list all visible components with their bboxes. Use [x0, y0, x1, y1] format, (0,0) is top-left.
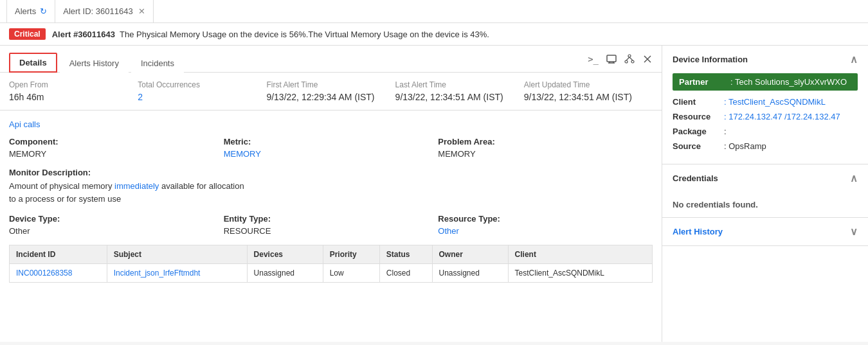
- device-info-chevron: ∧: [850, 53, 858, 66]
- field-resource-type: Resource Type: Other: [438, 214, 653, 236]
- monitor-desc-text: Amount of physical memory immediately av…: [9, 180, 653, 205]
- credentials-section: Credentials ∧ No credentials found.: [662, 164, 868, 218]
- stat-total-occ-label: Total Occurrences: [138, 80, 253, 89]
- device-info-header[interactable]: Device Information ∧: [662, 46, 868, 73]
- owner-cell: Unassigned: [432, 264, 508, 283]
- alert-history-chevron: ∨: [850, 226, 858, 238]
- monitor-desc-label: Monitor Description:: [9, 168, 653, 177]
- critical-badge: Critical: [9, 28, 46, 40]
- di-package-value: :: [724, 127, 727, 136]
- di-resource-value[interactable]: : 172.24.132.47 /172.24.132.47: [724, 112, 840, 121]
- svg-point-5: [625, 60, 628, 63]
- field-problem-area: Problem Area: MEMORY: [438, 137, 653, 159]
- fields-row-1: Component: MEMORY Metric: MEMORY Problem…: [9, 137, 653, 159]
- di-partner-row: Partner : Tech Solutions_slyUxXvrWXO: [673, 73, 858, 91]
- credentials-chevron: ∧: [850, 172, 858, 184]
- no-credentials-text: No credentials found.: [662, 192, 868, 217]
- di-source-label: Source: [673, 141, 724, 151]
- screen-icon[interactable]: [606, 55, 617, 64]
- col-client: Client: [508, 245, 652, 264]
- col-incident-id: Incident ID: [10, 245, 107, 264]
- alert-history-title: Alert History: [673, 227, 723, 236]
- svg-line-7: [626, 57, 629, 60]
- right-panel: Device Information ∧ Partner : Tech Solu…: [662, 46, 868, 342]
- resource-type-label: Resource Type:: [438, 214, 653, 224]
- credentials-header[interactable]: Credentials ∧: [662, 164, 868, 192]
- field-metric: Metric: MEMORY: [224, 137, 439, 159]
- di-resource-label: Resource: [673, 112, 724, 121]
- tab-details[interactable]: Details: [9, 53, 57, 73]
- tab-alerts[interactable]: Alerts ↻: [6, 0, 55, 22]
- field-device-type: Device Type: Other: [9, 214, 224, 236]
- device-info-table: Partner : Tech Solutions_slyUxXvrWXO Cli…: [662, 73, 868, 164]
- di-client-value[interactable]: : TestClient_AscSQNDMikL: [724, 97, 826, 107]
- topology-icon[interactable]: [624, 54, 635, 64]
- sub-tabs-right: >_: [588, 54, 653, 64]
- resource-type-value[interactable]: Other: [438, 226, 653, 236]
- stat-last-alert: Last Alert Time 9/13/22, 12:34:51 AM (IS…: [395, 80, 524, 102]
- sub-tabs-left: Details Alerts History Incidents: [9, 46, 184, 72]
- status-cell: Closed: [379, 264, 432, 283]
- credentials-title: Credentials: [673, 173, 718, 183]
- col-owner: Owner: [432, 245, 508, 264]
- device-info-section: Device Information ∧ Partner : Tech Solu…: [662, 46, 868, 164]
- stat-updated: Alert Updated Time 9/13/22, 12:34:51 AM …: [524, 80, 653, 102]
- alert-history-header[interactable]: Alert History ∨: [662, 218, 868, 245]
- problem-area-label: Problem Area:: [438, 137, 653, 146]
- di-partner-value: : Tech Solutions_slyUxXvrWXO: [730, 77, 847, 87]
- tab-alerts-history[interactable]: Alerts History: [60, 54, 129, 73]
- incident-table: Incident ID Subject Devices Priority Sta…: [9, 245, 653, 283]
- left-panel: Details Alerts History Incidents >_: [0, 46, 662, 342]
- client-cell: TestClient_AscSQNDMikL: [508, 264, 652, 283]
- alert-banner-text: Alert #36011643 The Physical Memory Usag…: [52, 30, 489, 39]
- metric-value[interactable]: MEMORY: [224, 149, 439, 159]
- stat-last-alert-value: 9/13/22, 12:34:51 AM (IST): [395, 92, 511, 102]
- table-row: INC0001268358 Incident_json_lrfeFftmdht …: [10, 264, 653, 283]
- di-partner-label: Partner: [679, 77, 730, 87]
- subject-cell[interactable]: Incident_json_lrfeFftmdht: [107, 264, 247, 283]
- di-source-row: Source : OpsRamp: [673, 141, 858, 151]
- svg-rect-0: [607, 55, 616, 62]
- tab-alerts-label: Alerts: [15, 6, 36, 16]
- stats-row: Open From 16h 46m Total Occurrences 2 Fi…: [0, 73, 662, 111]
- terminal-icon[interactable]: >_: [588, 54, 599, 64]
- device-type-label: Device Type:: [9, 214, 224, 224]
- stat-total-occurrences: Total Occurrences 2: [138, 80, 266, 102]
- problem-area-value: MEMORY: [438, 149, 653, 159]
- entity-type-value: RESOURCE: [224, 226, 439, 236]
- stat-total-occ-value[interactable]: 2: [138, 92, 253, 102]
- main-layout: Details Alerts History Incidents >_: [0, 46, 868, 342]
- stat-updated-label: Alert Updated Time: [524, 80, 640, 89]
- di-package-row: Package :: [673, 127, 858, 136]
- stat-first-alert: First Alert Time 9/13/22, 12:29:34 AM (I…: [266, 80, 395, 102]
- di-source-value: : OpsRamp: [724, 141, 766, 151]
- tab-alert-detail[interactable]: Alert ID: 36011643 ✕: [55, 0, 153, 22]
- device-info-title: Device Information: [673, 55, 748, 64]
- stat-open-from-label: Open From: [9, 80, 125, 89]
- monitor-desc-link[interactable]: immediately: [114, 181, 159, 191]
- svg-point-6: [631, 60, 634, 63]
- col-priority: Priority: [323, 245, 379, 264]
- di-client-row: Client : TestClient_AscSQNDMikL: [673, 97, 858, 107]
- incident-id-cell[interactable]: INC0001268358: [10, 264, 107, 283]
- alert-message: The Physical Memory Usage on the device …: [120, 30, 489, 39]
- device-type-value: Other: [9, 226, 224, 236]
- col-subject: Subject: [107, 245, 247, 264]
- metric-label: Metric:: [224, 137, 439, 146]
- svg-line-8: [629, 57, 633, 60]
- stat-updated-value: 9/13/22, 12:34:51 AM (IST): [524, 92, 640, 102]
- alert-banner: Critical Alert #36011643 The Physical Me…: [0, 23, 868, 46]
- tools-icon[interactable]: [642, 54, 653, 64]
- api-calls-section-title[interactable]: Api calls: [9, 119, 653, 129]
- stat-first-alert-value: 9/13/22, 12:29:34 AM (IST): [266, 92, 382, 102]
- stat-first-alert-label: First Alert Time: [266, 80, 382, 89]
- refresh-icon[interactable]: ↻: [40, 6, 47, 16]
- di-client-label: Client: [673, 97, 724, 107]
- field-component: Component: MEMORY: [9, 137, 224, 159]
- content-area: Api calls Component: MEMORY Metric: MEMO…: [0, 111, 662, 292]
- close-tab-icon[interactable]: ✕: [138, 6, 145, 16]
- alert-history-section: Alert History ∨: [662, 218, 868, 246]
- di-resource-row: Resource : 172.24.132.47 /172.24.132.47: [673, 112, 858, 121]
- component-label: Component:: [9, 137, 224, 146]
- tab-incidents[interactable]: Incidents: [131, 54, 184, 73]
